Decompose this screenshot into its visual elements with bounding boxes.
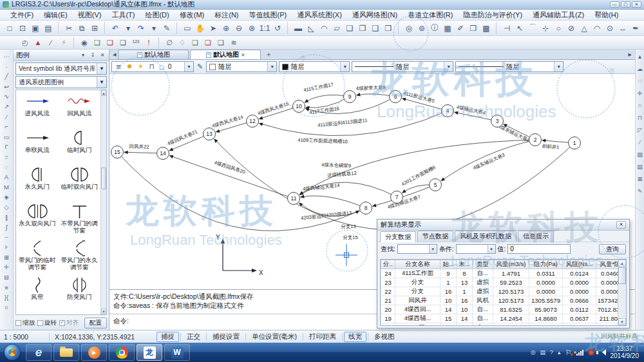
side-tool-icon[interactable]: ∕ xyxy=(6,112,7,122)
tab-scroll-left-icon[interactable]: ◀ xyxy=(111,52,118,57)
speaker-icon[interactable] xyxy=(599,349,606,356)
paste-icon[interactable]: ⊞ xyxy=(88,22,101,34)
pin-icon[interactable]: ↧ xyxy=(89,52,97,58)
zoom-window-icon[interactable]: ⊛ xyxy=(245,22,258,34)
block1-icon[interactable]: ❏ xyxy=(343,22,356,34)
lineweight-select[interactable]: 随层 ▼ xyxy=(455,61,564,72)
numbering-icon[interactable]: ¹²³ xyxy=(129,37,142,48)
tab-scroll-right-icon[interactable]: ▶ xyxy=(627,52,634,57)
menu-item[interactable]: 工具(T) xyxy=(106,10,140,21)
redo-menu-icon[interactable]: ▾ xyxy=(147,22,160,34)
measure-diameter-icon[interactable]: ⊘ xyxy=(565,22,578,34)
table-row[interactable]: 244115工作面98自...1.47910.03110.01240.0460 xyxy=(381,269,625,278)
measure-arc-icon[interactable]: ⌒ xyxy=(526,22,539,34)
side-tool-icon[interactable]: ⊦ xyxy=(5,242,8,252)
net-edge[interactable] xyxy=(306,97,350,108)
pan-icon[interactable]: ✋ xyxy=(194,22,207,34)
minimize-icon[interactable]: — xyxy=(610,1,620,8)
chevron-down-icon[interactable]: ▼ xyxy=(444,62,453,71)
block2-icon[interactable]: ❐ xyxy=(356,22,369,34)
diamond-tool-icon[interactable]: ♢ xyxy=(176,37,189,48)
rect-add-icon[interactable]: ❏ xyxy=(189,37,202,48)
column-header[interactable]: 分.. xyxy=(381,260,395,269)
statusbar-多视图[interactable]: 多视图 xyxy=(370,332,399,342)
chevron-down-icon[interactable]: ▼ xyxy=(554,62,563,71)
taskbar-lrgis-active[interactable]: 龙 xyxy=(137,344,162,361)
format-brush-icon[interactable]: ✎ xyxy=(160,22,173,34)
slope-icon[interactable]: ◺ xyxy=(305,22,317,34)
legend-category-select[interactable]: 通风系统图图例 ▼ xyxy=(15,76,107,88)
block3-icon[interactable]: ❑ xyxy=(369,22,382,34)
table-row[interactable]: 21回风井1016风机120.51731305.55790.0666157342… xyxy=(381,296,625,305)
undo-menu-icon[interactable]: ▾ xyxy=(122,22,135,34)
antivirus-tray-icon[interactable] xyxy=(588,349,594,356)
side-tool-icon[interactable]: ◈ xyxy=(4,192,8,202)
menu-item[interactable]: 等值线图(P) xyxy=(244,10,292,21)
side-tool-icon[interactable]: ▨ xyxy=(637,151,643,158)
side-tool-icon[interactable]: ⊓ xyxy=(638,115,642,121)
tray-help-icon[interactable]: ? xyxy=(550,349,553,356)
legend-item[interactable]: 不带风门的调节窗 xyxy=(59,203,101,240)
taskbar-clock[interactable]: 13:37 2014/9/20 xyxy=(611,345,639,359)
results-close-icon[interactable]: ✕ xyxy=(616,221,626,229)
net-edge[interactable] xyxy=(301,196,366,208)
side-tool-icon[interactable]: ∫ xyxy=(6,222,8,233)
side-tool-icon[interactable]: ▲ xyxy=(637,53,643,60)
panel-menu-icon[interactable]: ▾ xyxy=(79,52,87,58)
tray-document-icon[interactable]: ▤ xyxy=(540,349,546,356)
value-input[interactable] xyxy=(507,244,571,254)
side-tool-icon[interactable]: ╱ xyxy=(5,71,8,82)
document-tab[interactable]: 默认地图 xyxy=(118,50,189,59)
legend-item[interactable]: 永久双向风门 xyxy=(16,203,59,240)
hatch-icon[interactable]: ▩ xyxy=(480,22,493,34)
rect-remove-icon[interactable]: ❏ xyxy=(202,37,214,48)
results-tab-分支数据[interactable]: 分支数据 xyxy=(380,231,416,242)
column-header[interactable]: 分支名称 xyxy=(395,260,440,269)
side-tool-icon[interactable]: ⊟ xyxy=(4,272,9,283)
menu-item[interactable]: 标注(N) xyxy=(209,10,243,21)
save-icon[interactable]: ▣ xyxy=(29,22,42,34)
legend-item[interactable]: 带风门的永久调节窗 xyxy=(59,240,101,276)
side-tool-icon[interactable]: M xyxy=(4,182,9,193)
null-select-icon[interactable]: ∅ xyxy=(163,37,176,48)
cut-icon[interactable]: ✂ xyxy=(62,22,75,34)
new-tab-button[interactable]: ＋ xyxy=(262,50,274,59)
menu-item[interactable]: 通风系统图(X) xyxy=(292,10,347,21)
table-row[interactable]: 184203胶...1514自...11.320914.86410.100916… xyxy=(381,323,625,327)
side-tool-icon[interactable]: ↩ xyxy=(4,82,9,92)
legend-item[interactable]: 进风风流 xyxy=(16,93,59,129)
side-tool-icon[interactable]: ⋯ xyxy=(3,52,10,62)
condition-select[interactable]: ▼ xyxy=(456,244,496,254)
undo-icon[interactable]: ↶ xyxy=(109,22,122,34)
table-row[interactable]: 194煤西辅...1514自...14.245414.86800.0637211… xyxy=(381,314,625,323)
chevron-down-icon[interactable]: ▼ xyxy=(488,245,495,253)
parallelogram-icon[interactable]: ▱ xyxy=(330,22,343,34)
layout-icon[interactable]: ❒ xyxy=(467,22,480,34)
taskbar-chrome[interactable] xyxy=(109,344,135,361)
taskbar-explorer[interactable] xyxy=(53,344,79,361)
results-panel-titlebar[interactable]: 解算结果显示 ✕ xyxy=(377,220,629,231)
measure-angle-icon[interactable]: △ xyxy=(578,22,591,34)
print-icon[interactable]: ▤ xyxy=(42,22,55,34)
side-tool-icon[interactable]: ∿ xyxy=(4,91,9,102)
side-tool-icon[interactable]: A xyxy=(5,172,8,182)
copy-icon[interactable]: ⧉ xyxy=(75,22,88,34)
measure-arrow-icon[interactable]: ↖ xyxy=(513,22,526,34)
chevron-down-icon[interactable]: ▼ xyxy=(340,62,349,71)
maximize-icon[interactable]: ▢ xyxy=(621,1,630,8)
menu-item[interactable]: 通风辅助工具(Z) xyxy=(527,10,589,21)
measure-circle-icon[interactable]: ○ xyxy=(552,22,565,34)
menu-item[interactable]: 绘图(D) xyxy=(140,10,174,21)
pointer-icon[interactable]: ➤ xyxy=(207,22,220,34)
scroll-up-icon[interactable]: ▲ xyxy=(101,90,106,96)
statusbar-捕捉[interactable]: 捕捉 xyxy=(156,332,179,342)
chevron-down-icon[interactable]: ▼ xyxy=(97,63,106,74)
side-tool-icon[interactable]: ↗ xyxy=(4,102,9,112)
tab-close-icon[interactable]: ✕ xyxy=(241,52,245,58)
statusbar-捕捉设置[interactable]: 捕捉设置 xyxy=(208,332,244,342)
pen-icon[interactable]: ✒ xyxy=(629,22,642,34)
action-center-icon[interactable]: ⚐✕ xyxy=(565,348,572,357)
panel-close-icon[interactable]: ✕ xyxy=(99,52,106,58)
side-tool-icon[interactable]: ∷ xyxy=(638,78,642,84)
statusbar-正交[interactable]: 正交 xyxy=(182,332,205,342)
